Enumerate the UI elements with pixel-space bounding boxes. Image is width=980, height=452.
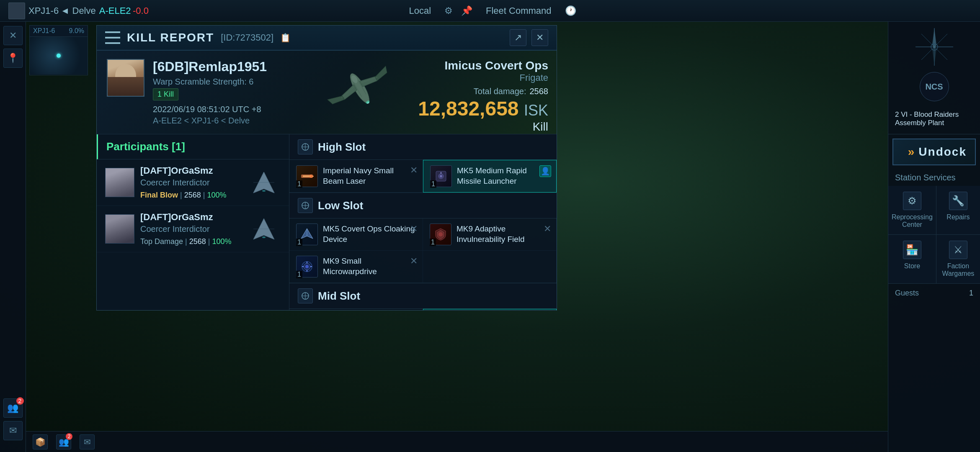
participant-ship-1: Coercer Interdictor [140, 178, 241, 187]
hamburger-line-2 [105, 37, 120, 39]
modal-main-content: Participants [1] [DAFT]OrGaSmz Coercer I… [97, 134, 557, 310]
repairs-service-button[interactable]: 🔧 Repairs [936, 186, 980, 234]
pilot-portrait [107, 59, 144, 97]
people-nav-button[interactable]: 👥 2 [3, 398, 23, 418]
mid-slot-header: Mid Slot [289, 283, 557, 309]
undock-label: Undock [918, 145, 967, 159]
low-slot-items: 1 MK5 Covert Ops Cloaking Device ✕ [289, 218, 557, 283]
participants-title: Participants [1] [106, 140, 185, 153]
isk-unit: ISK [524, 102, 548, 119]
mail-bottom-icon[interactable]: ✉ [80, 434, 95, 449]
low-slot-item-1-name: MK5 Covert Ops Cloaking Device [323, 224, 416, 244]
svg-point-18 [262, 236, 266, 238]
remove-high-item-1-button[interactable]: ✕ [410, 165, 418, 176]
hamburger-line-1 [105, 31, 120, 33]
damage-2: 2568 [189, 237, 206, 246]
high-slot-icon [298, 139, 313, 154]
export-button[interactable]: ↗ [510, 29, 526, 46]
damage-1: 2568 [184, 191, 201, 199]
stat-separator-3: | [185, 237, 189, 246]
remove-low-item-1-button[interactable]: ✕ [410, 223, 418, 234]
low-slot-icon [298, 198, 313, 213]
total-damage-label: Total damage: [474, 87, 526, 96]
copy-icon[interactable]: 📋 [280, 33, 291, 43]
svg-point-32 [438, 232, 443, 236]
close-nav-button[interactable]: ✕ [3, 26, 23, 45]
faction-wargames-service-button[interactable]: ⚔ Faction Wargames [936, 235, 980, 283]
isk-row: 12,832,658 ISK [418, 98, 548, 120]
gear-icon[interactable]: ⚙ [444, 5, 453, 16]
high-slot-item-1-name: Imperial Navy Small Beam Laser [323, 166, 416, 186]
mid-slot-svg-icon [301, 292, 309, 300]
compass-svg [913, 26, 955, 68]
character-info: XPJ1-6 ◄ Delve A-ELE2 -0.0 [8, 3, 149, 19]
remove-low-item-2-button[interactable]: ✕ [544, 223, 551, 234]
top-bar: XPJ1-6 ◄ Delve A-ELE2 -0.0 Local ⚙ 📌 Fle… [0, 0, 980, 22]
reprocessing-service-button[interactable]: ⚙ Reprocessing Center [888, 186, 936, 234]
portrait-body [108, 77, 144, 96]
hamburger-line-3 [105, 42, 120, 44]
character-name-display: A-ELE2 -0.0 [99, 5, 149, 16]
high-slot-item-2-name: MK5 Medium Rapid Missile Launcher [457, 166, 549, 186]
portrait-face-render [108, 60, 144, 96]
store-service-button[interactable]: 🏪 Store [888, 235, 936, 283]
repairs-label: Repairs [946, 213, 970, 221]
svg-point-35 [305, 265, 309, 268]
pct-2: 100% [212, 237, 232, 246]
mid-slot-icon [298, 288, 313, 303]
modal-title: KILL REPORT [127, 31, 214, 44]
cargo-bottom-icon[interactable]: 📦 [33, 434, 48, 449]
minimap-header: XPJ1-6 9.0% [30, 26, 88, 37]
map-nav-button[interactable]: 📍 [3, 49, 23, 68]
station-services-header: Station Services [888, 170, 980, 186]
kill-header: [6DB]Remlap1951 Warp Scramble Strength: … [97, 51, 557, 134]
participant-portrait-2 [105, 214, 134, 244]
portrait-inner-1 [106, 168, 134, 197]
low-slot-item-3: 1 MK9 Small Microwarpdrive ✕ [289, 251, 423, 283]
guests-section: Guests 1 [888, 283, 980, 303]
hamburger-menu-button[interactable] [105, 31, 120, 44]
low-slot-title: Low Slot [318, 199, 363, 212]
stat-separator-1: | [180, 191, 184, 199]
clock-icon: 🕐 [565, 5, 576, 16]
user-icon: 👤 [541, 167, 550, 176]
location-display: 2 VI - Blood Raiders Assembly Plant [888, 105, 980, 134]
people-bottom-icon[interactable]: 👥 2 [56, 434, 71, 449]
pin-icon[interactable]: 📌 [461, 5, 472, 16]
svg-point-26 [440, 175, 442, 177]
kill-badge: 1 Kill [153, 88, 178, 100]
remove-low-item-3-button[interactable]: ✕ [410, 256, 418, 267]
store-label: Store [904, 262, 920, 270]
services-grid: ⚙ Reprocessing Center 🔧 Repairs 🏪 Store … [888, 186, 980, 283]
faction-wargames-label: Faction Wargames [940, 262, 977, 277]
kill-report-modal: KILL REPORT [ID:7273502] 📋 ↗ ✕ [6DB]Reml… [96, 25, 557, 311]
ship-class-name: Imicus Covert Ops [418, 59, 548, 72]
participant-stats-2: Top Damage | 2568 | 100% [140, 237, 241, 246]
stat-separator-2: | [203, 191, 207, 199]
total-damage-row: Total damage: 2568 [418, 87, 548, 96]
close-modal-button[interactable]: ✕ [531, 29, 548, 46]
participant-row: [DAFT]OrGaSmz Coercer Interdictor Final … [97, 159, 289, 206]
stat-separator-4: | [208, 237, 212, 246]
mail-nav-button[interactable]: ✉ [3, 421, 23, 440]
total-damage-value: 2568 [530, 87, 549, 96]
item-qty-4: 1 [430, 239, 436, 246]
fleet-command-tab[interactable]: Fleet Command [481, 4, 557, 18]
mid-slot-section: Mid Slot 1 'Interruptive' Sta [289, 283, 557, 310]
high-slot-title: High Slot [318, 141, 366, 154]
isk-value: 12,832,658 [418, 98, 518, 120]
item-qty-2: 1 [430, 180, 436, 188]
local-tab[interactable]: Local [404, 4, 436, 18]
participant-ship-img-1 [247, 170, 281, 195]
high-slot-section: High Slot 1 [289, 134, 557, 193]
svg-point-53 [933, 46, 936, 48]
high-slot-items: 1 Imperial Navy Small Beam Laser ✕ [289, 160, 557, 193]
item-qty-1: 1 [296, 180, 302, 188]
portrait-inner-2 [106, 215, 134, 243]
mid-slot-title: Mid Slot [318, 290, 360, 303]
undock-button[interactable]: » Undock [892, 139, 976, 165]
repairs-icon: 🔧 [949, 192, 967, 210]
high-slot-item-2: 1 MK5 Medium Rapid Missile Launcher 👤 [423, 160, 557, 193]
participant-name-1: [DAFT]OrGaSmz [140, 165, 241, 176]
low-slot-header: Low Slot [289, 193, 557, 218]
